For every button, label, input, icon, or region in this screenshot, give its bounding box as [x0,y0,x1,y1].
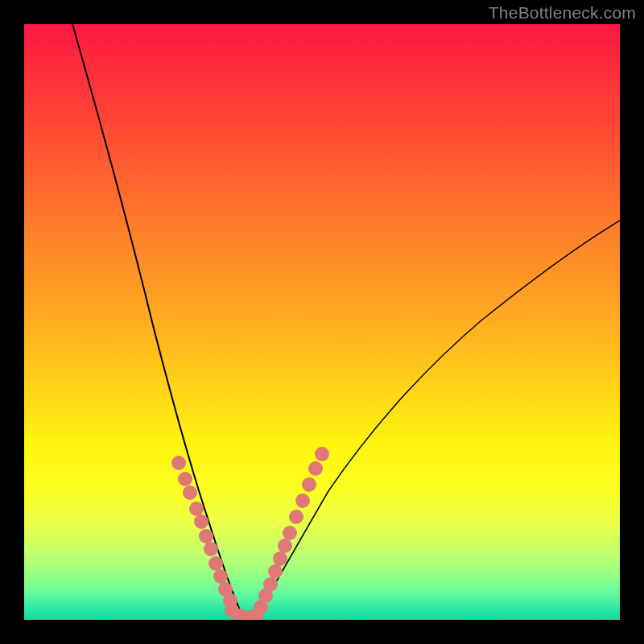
right-curve [258,221,620,615]
dot-cluster-right [254,447,329,614]
svg-point-25 [308,461,323,476]
svg-point-7 [208,556,223,571]
svg-point-17 [263,577,278,592]
svg-point-22 [289,510,303,524]
svg-point-2 [183,485,197,500]
svg-point-21 [283,526,297,540]
dot-cluster-left [171,456,237,608]
svg-point-1 [178,472,192,486]
chart-frame: TheBottleneck.com [0,0,644,644]
svg-point-23 [295,493,310,508]
plot-area [24,24,620,620]
svg-point-3 [189,502,204,516]
svg-point-20 [278,539,292,553]
svg-point-8 [213,569,228,584]
svg-point-26 [315,447,329,461]
svg-point-18 [268,564,283,579]
chart-svg [24,24,620,620]
svg-point-24 [302,477,316,492]
watermark-text: TheBottleneck.com [489,3,636,23]
left-curve [72,24,240,610]
svg-point-5 [199,529,213,543]
svg-point-6 [204,542,218,556]
svg-point-0 [171,456,186,470]
svg-point-4 [194,514,208,529]
svg-point-19 [273,551,287,566]
